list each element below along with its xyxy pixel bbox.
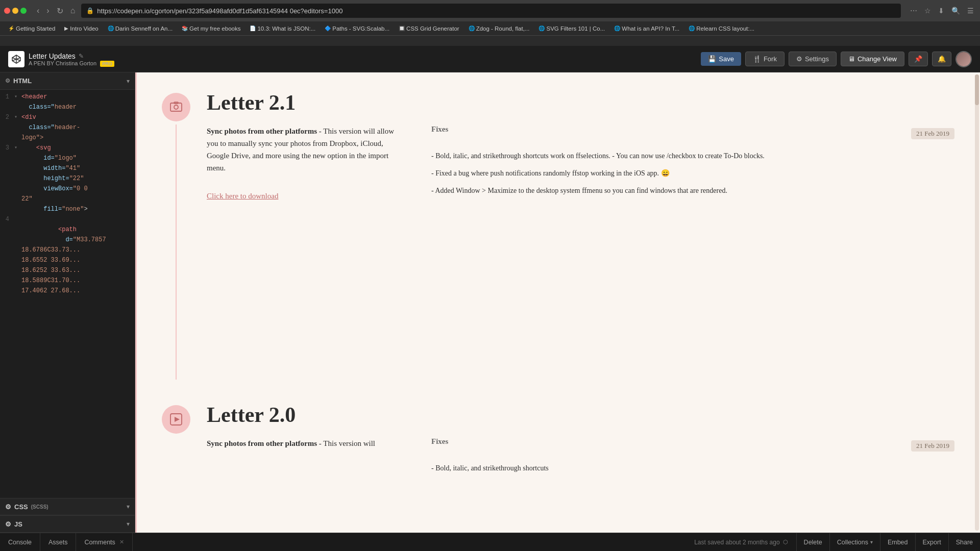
console-tab[interactable]: Console [0, 533, 40, 552]
bookmark-css-grid[interactable]: 🔲 CSS Grid Generator [395, 24, 463, 33]
save-label: Save [719, 55, 734, 63]
comments-close-icon[interactable]: ✕ [119, 539, 124, 545]
letter-body-20: Sync photos from other platforms - This … [207, 437, 954, 480]
js-label: JS [14, 520, 22, 528]
code-line-4f: 18.6252 33.63... [0, 265, 135, 276]
bookmark-icon: 📚 [182, 26, 188, 31]
bookmark-getting-started[interactable]: ⚡ Getting Started [4, 24, 59, 33]
bookmark-svg-paths[interactable]: 🔷 Paths - SVG:Scalab... [321, 24, 394, 33]
preview-scrollbar[interactable] [975, 74, 979, 531]
download-link-21[interactable]: Click here to download [207, 192, 278, 200]
export-button[interactable]: Export [915, 533, 948, 552]
code-line-3g: fill="none"> [0, 204, 135, 214]
code-line-4d: 18.6786C33.73... [0, 245, 135, 255]
line-fold-arrow [14, 215, 21, 224]
line-fold-arrow [14, 266, 21, 275]
code-line-4e: 18.6552 33.69... [0, 255, 135, 265]
browser-download-btn[interactable]: ⬇ [936, 6, 946, 16]
browser-maximize-btn[interactable] [20, 8, 27, 14]
assets-tab[interactable]: Assets [40, 533, 77, 552]
date-badge-21: 21 Feb 2019 [911, 128, 954, 139]
comments-tab[interactable]: Comments ✕ [76, 533, 132, 552]
bookmark-ebooks[interactable]: 📚 Get my free ebooks [178, 24, 244, 33]
code-line-3c: width="41" [0, 163, 135, 173]
line-content: fill="none"> [21, 205, 135, 214]
browser-home-btn[interactable]: ⌂ [67, 4, 79, 18]
pen-edit-icon[interactable]: ✎ [79, 53, 84, 60]
codepen-logo-icon [8, 51, 24, 67]
line-fold-arrow[interactable]: ▾ [14, 143, 21, 153]
line-fold-arrow [14, 154, 21, 163]
pen-title-text: Letter Updates [29, 52, 76, 60]
letter-icon-circle-21 [162, 93, 190, 121]
change-view-button[interactable]: 🖥 Change View [841, 52, 904, 66]
html-code-editor[interactable]: 1 ▾ <header class="header 2 ▾ <div class… [0, 90, 135, 498]
browser-extensions-btn[interactable]: ⋯ [908, 6, 919, 16]
bookmark-json[interactable]: 📄 10.3: What is JSON:... [246, 24, 320, 33]
html-panel-collapse[interactable]: ▾ [127, 78, 130, 85]
browser-back-btn[interactable]: ‹ [34, 4, 42, 18]
share-button[interactable]: Share [948, 533, 980, 552]
svg-rect-4 [170, 103, 182, 111]
pin-button[interactable]: 📌 [909, 52, 928, 66]
fork-button[interactable]: 🍴 Fork [745, 52, 785, 66]
bookmark-icon: ⚡ [8, 26, 14, 31]
browser-zoom-btn[interactable]: 🔍 [949, 6, 962, 16]
line-fold-arrow[interactable]: ▾ [14, 113, 21, 122]
embed-button[interactable]: Embed [880, 533, 915, 552]
settings-button[interactable]: ⚙ Settings [789, 52, 837, 66]
line-content: <path [21, 225, 135, 234]
bookmark-relearn-css[interactable]: 🌐 Relearn CSS layout:... [684, 24, 758, 33]
line-number [0, 133, 14, 142]
feature-title-20: Sync photos from other platforms [207, 439, 317, 447]
settings-label: Settings [805, 55, 829, 63]
browser-menu-btn[interactable]: ☰ [965, 6, 976, 16]
line-content: 22" [21, 194, 135, 204]
line-content: height="22" [21, 174, 135, 183]
settings-icon: ⚙ [796, 55, 802, 63]
status-external-link-icon[interactable]: ⬡ [783, 539, 788, 545]
fork-icon: 🍴 [753, 55, 761, 63]
bookmark-zdog[interactable]: 🌐 Zdog - Round, flat,... [464, 24, 534, 33]
bookmark-label: CSS Grid Generator [406, 26, 459, 32]
bookmark-label: SVG Filters 101 | Co... [546, 26, 605, 32]
browser-address-bar[interactable]: 🔒 https://codepen.io/cgorton/pen/323f5a9… [81, 4, 901, 18]
code-line-4c: d="M33.7857 [0, 235, 135, 245]
code-editor-panel: ⚙ HTML ▾ 1 ▾ <header class="header 2 ▾ <… [0, 72, 135, 533]
bookmark-svg-filters[interactable]: 🌐 SVG Filters 101 | Co... [534, 24, 609, 33]
notifications-button[interactable]: 🔔 [932, 52, 951, 66]
delete-button[interactable]: Delete [796, 533, 829, 552]
line-content: 17.4062 27.68... [21, 286, 135, 295]
line-fold-arrow[interactable]: ▾ [14, 92, 21, 102]
css-panel-collapse[interactable]: ▾ [127, 503, 130, 510]
line-number [0, 154, 14, 163]
browser-bookmark-btn[interactable]: ☆ [922, 6, 933, 16]
js-panel-header[interactable]: ⚙ JS ▾ [0, 515, 135, 533]
line-number: 2 [0, 113, 14, 122]
browser-minimize-btn[interactable] [12, 8, 18, 14]
bookmark-darin[interactable]: 🌐 Darin Senneff on An... [104, 24, 177, 33]
css-panel-header[interactable]: ⚙ CSS (SCSS) ▾ [0, 498, 135, 515]
bookmark-label: Darin Senneff on An... [115, 26, 173, 32]
browser-forward-btn[interactable]: › [43, 4, 52, 18]
browser-close-btn[interactable] [4, 8, 10, 14]
browser-reload-btn[interactable]: ↻ [54, 4, 66, 18]
save-button[interactable]: 💾 Save [701, 52, 741, 66]
js-panel-collapse[interactable]: ▾ [127, 520, 130, 528]
bookmark-intro-video[interactable]: ▶ Intro Video [60, 24, 102, 33]
letter-icon-col [161, 88, 191, 380]
user-avatar[interactable] [955, 51, 972, 67]
line-number [0, 235, 14, 244]
bottom-tabs: Console Assets Comments ✕ [0, 533, 133, 552]
line-number [0, 256, 14, 265]
scrollbar-thumb[interactable] [975, 74, 979, 105]
pro-badge: PRO [100, 61, 114, 67]
collections-button[interactable]: Collections ▾ [829, 533, 880, 552]
line-content: <header [21, 92, 135, 102]
line-content: <div [21, 113, 135, 122]
bookmark-api[interactable]: 🌐 What is an API? In T... [610, 24, 683, 33]
code-line-1b: class="header [0, 102, 135, 112]
css-panel-icon: ⚙ [5, 503, 11, 511]
line-content: id="logo" [21, 154, 135, 163]
collections-label: Collections [837, 539, 868, 546]
